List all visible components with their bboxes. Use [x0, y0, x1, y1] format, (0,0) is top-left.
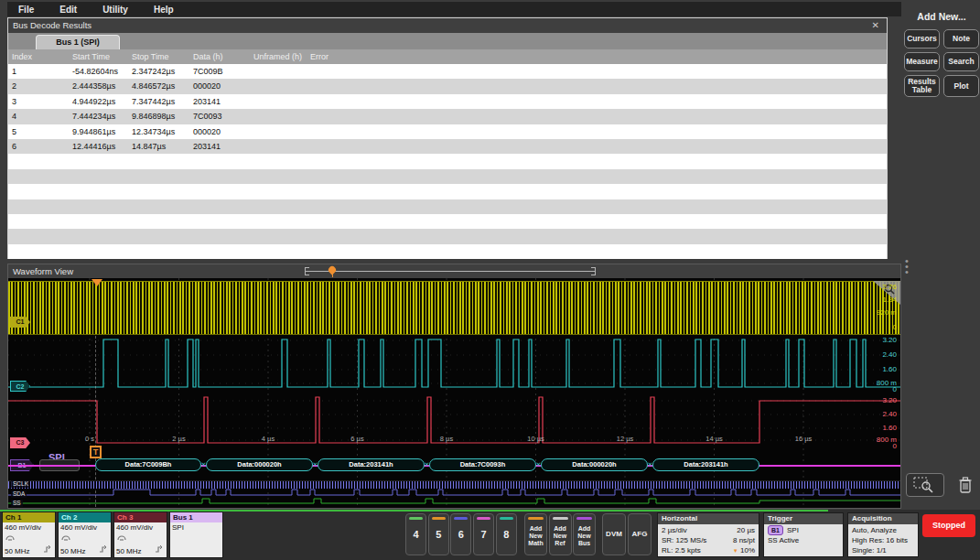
dvm-button[interactable]: DVM: [602, 513, 626, 555]
channel-bandwidth: 50 MHz: [5, 547, 30, 555]
results-panel-title: Bus Decode Results: [13, 20, 92, 30]
table-row[interactable]: 47.444234µs9.846898µs7C0093: [8, 109, 887, 124]
time-axis-label: 14 µs: [705, 435, 723, 443]
pan-right-bracket[interactable]: [591, 267, 596, 275]
table-cell: 203141: [189, 94, 250, 109]
menu-utility[interactable]: Utility: [102, 5, 128, 15]
table-row-empty: [8, 214, 887, 229]
channel-badge-ch3[interactable]: Ch 3460 mV/div50 MHz: [113, 512, 167, 558]
table-row[interactable]: 34.944922µs7.347442µs203141: [8, 94, 887, 109]
ch3-scale-label: 3.20: [882, 397, 897, 404]
table-cell: 203141: [189, 139, 250, 154]
channel-badge-ch1[interactable]: Ch 1460 mV/div50 MHz: [2, 512, 56, 558]
table-cell: 4.944922µs: [69, 94, 128, 109]
add-new-cursors-button[interactable]: Cursors: [904, 29, 940, 48]
channel-scale: 460 mV/div: [5, 523, 53, 532]
pan-zoom-track[interactable]: [305, 271, 596, 272]
spi-decode-frame[interactable]: Data:7C009Bh: [95, 458, 201, 471]
splitter-handle-icon[interactable]: •••: [905, 258, 909, 275]
column-header[interactable]: Index: [8, 49, 69, 64]
trigger-panel[interactable]: Trigger B1 SPI SS Active: [763, 512, 844, 557]
bandwidth-limit-icon: [155, 545, 164, 555]
column-header[interactable]: Error: [307, 49, 887, 64]
column-header[interactable]: Stop Time: [128, 49, 189, 64]
table-row-empty: [8, 199, 887, 214]
column-header[interactable]: Start Time: [69, 49, 128, 64]
ch1-clock-waveform: [8, 281, 900, 335]
channel-color-stripe: [477, 517, 490, 520]
channel-badge-bus1[interactable]: Bus 1SPI: [169, 512, 223, 558]
stopped-button[interactable]: Stopped: [922, 514, 975, 537]
ch2-scale-label: 2.40: [882, 351, 897, 359]
table-cell: -54.82604ns: [69, 64, 128, 79]
column-header[interactable]: Unframed (h): [250, 49, 307, 64]
table-row[interactable]: 612.44416µs14.847µs203141: [8, 139, 887, 154]
spi-decode-frame[interactable]: Data:203141h: [652, 458, 759, 471]
add-new-bus-button[interactable]: Add New Bus: [573, 513, 596, 555]
waveform-graticule[interactable]: C1 C2 C3 B1 SPI — T 2.761.84920 m03.202.…: [8, 278, 900, 508]
add-new-measure-button[interactable]: Measure: [904, 52, 940, 71]
spi-decode-frame[interactable]: Data:000020h: [206, 458, 313, 471]
add-new-search-button[interactable]: Search: [943, 52, 979, 71]
channel-settings: SPI: [170, 522, 222, 557]
bandwidth-limit-icon: [99, 545, 108, 555]
add-new-math-button[interactable]: Add New Math: [524, 513, 547, 555]
table-row[interactable]: 22.444358µs4.846572µs000020: [8, 79, 887, 93]
time-axis-label: 6 µs: [350, 435, 363, 443]
channel-button-5[interactable]: 5: [428, 513, 449, 555]
table-row[interactable]: 1-54.82604ns2.347242µs7C009B: [8, 64, 887, 79]
menu-help[interactable]: Help: [154, 5, 174, 15]
table-cell: 9.846898µs: [128, 109, 189, 124]
ch3-scale-label: 0: [893, 443, 897, 450]
add-new-button-grid: CursorsNoteMeasureSearchResults TablePlo…: [903, 29, 980, 97]
channel-button-4[interactable]: 4: [405, 513, 426, 555]
channel-button-6[interactable]: 6: [450, 513, 471, 555]
table-cell: 14.847µs: [128, 139, 189, 154]
afg-button[interactable]: AFG: [628, 513, 652, 555]
horizontal-panel[interactable]: Horizontal 2 µs/div20 µsSR: 125 MS/s8 ns…: [657, 512, 759, 557]
channel-name: Ch 2: [59, 512, 111, 522]
menu-file[interactable]: File: [18, 5, 34, 15]
right-sidebar: Add New... CursorsNoteMeasureSearchResul…: [903, 0, 980, 510]
ch2-scale-label: 3.20: [882, 337, 897, 344]
add-new-results-table-button[interactable]: Results Table: [904, 75, 940, 97]
spi-decode-frame[interactable]: Data:7C0093h: [429, 458, 536, 471]
time-axis-label: 16 µs: [795, 435, 813, 443]
column-header[interactable]: Data (h): [189, 49, 250, 64]
digital-label-sclk: SCLK: [11, 480, 30, 488]
ch1-scale-label: 2.76: [882, 284, 897, 291]
horizontal-row: RL: 2.5 kpts▼ 10%: [662, 545, 755, 556]
pan-left-bracket[interactable]: [305, 267, 309, 275]
button-color-stripe: [528, 517, 544, 520]
add-new-ref-button[interactable]: Add New Ref: [549, 513, 572, 555]
digital-label-sda: SDA: [11, 490, 27, 498]
spi-decode-frame[interactable]: Data:000020h: [541, 458, 648, 471]
close-icon[interactable]: ✕: [872, 18, 879, 33]
bandwidth-limit-icon: [43, 545, 52, 555]
table-cell: 2: [8, 79, 69, 93]
acquisition-panel[interactable]: Acquisition Auto, AnalyzeHigh Res: 16 bi…: [847, 512, 919, 557]
add-new-plot-button[interactable]: Plot: [943, 75, 979, 97]
add-new-note-button[interactable]: Note: [943, 29, 979, 48]
channel-badge-ch2[interactable]: Ch 2460 mV/div50 MHz: [58, 512, 112, 558]
spi-decode-frame[interactable]: Data:203141h: [318, 458, 425, 471]
channel-button-8[interactable]: 8: [496, 513, 517, 555]
table-row-empty: [8, 184, 887, 199]
zoom-select-button[interactable]: [906, 473, 944, 497]
ch2-scale-label: 0: [893, 386, 897, 393]
channel-scale: 460 mV/div: [60, 523, 109, 532]
channel-button-7[interactable]: 7: [473, 513, 494, 555]
results-table-header: IndexStart TimeStop TimeData (h)Unframed…: [8, 49, 887, 64]
tab-bus1-spi[interactable]: Bus 1 (SPI): [36, 35, 120, 49]
table-row[interactable]: 59.944861µs12.34734µs000020: [8, 124, 887, 139]
results-panel-title-bar: Bus Decode Results ✕: [8, 18, 887, 33]
table-cell: [250, 94, 307, 109]
ch3-scale-label: 1.60: [882, 425, 897, 432]
trash-button[interactable]: [953, 473, 977, 497]
channel-settings: 460 mV/div50 MHz: [59, 522, 111, 557]
menu-edit[interactable]: Edit: [59, 5, 77, 15]
horizontal-row: 2 µs/div20 µs: [662, 525, 755, 535]
table-cell: [307, 139, 887, 154]
channel-bandwidth: 50 MHz: [116, 547, 142, 555]
channel-settings: 460 mV/div50 MHz: [3, 522, 55, 557]
